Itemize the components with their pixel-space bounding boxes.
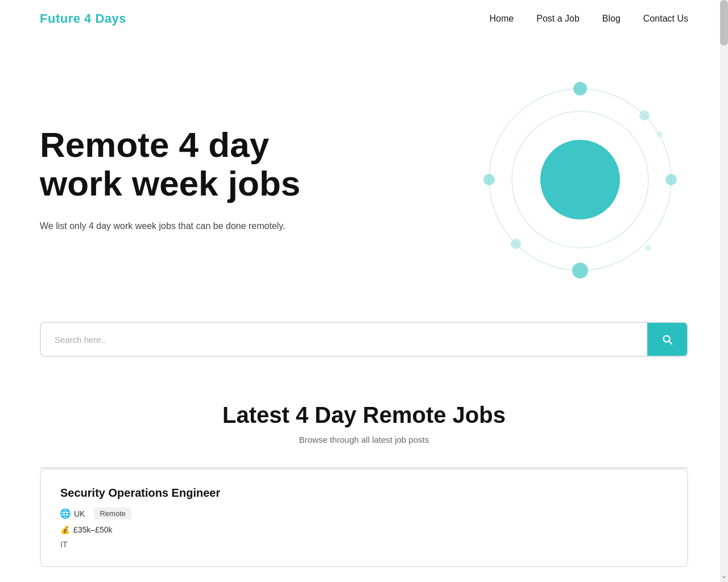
nav-item-post-a-job[interactable]: Post a Job [536,14,580,24]
main-nav: Home Post a Job Blog Contact Us [490,14,688,24]
logo-text-part1: Future [40,11,84,26]
svg-point-4 [665,174,677,185]
scroll-chevron-icon: ⌄ [721,572,727,580]
logo-accent: 4 [84,11,92,26]
search-bar [40,322,688,357]
svg-point-7 [639,110,650,120]
svg-point-8 [511,239,521,249]
job-card[interactable]: Security Operations Engineer 🌐 UK Remote… [40,468,688,567]
svg-point-10 [646,245,651,251]
job-title: Security Operations Engineer [60,487,668,500]
logo[interactable]: Future 4 Days [40,11,126,26]
search-button[interactable] [647,323,687,356]
search-icon [661,333,673,346]
svg-point-6 [483,174,495,185]
hero-text-block: Remote 4 day work week jobs We list only… [40,126,336,234]
hero-description: We list only 4 day work week jobs that c… [40,219,336,234]
nav-item-home[interactable]: Home [490,14,514,24]
hero-heading: Remote 4 day work week jobs [40,126,336,203]
nav-item-contact-us[interactable]: Contact Us [643,14,688,24]
svg-point-3 [573,82,587,95]
job-category: IT [60,540,668,549]
money-icon: 💰 [60,525,70,534]
hero-graphic [472,72,688,288]
header: Future 4 Days Home Post a Job Blog Conta… [0,0,728,38]
scrollbar-thumb[interactable] [720,0,728,45]
jobs-section: Latest 4 Day Remote Jobs Browse through … [0,391,728,579]
job-meta-location: 🌐 UK Remote [60,508,668,519]
svg-point-9 [657,131,663,137]
search-input[interactable] [41,325,647,355]
search-section [0,310,728,391]
job-location: 🌐 UK [60,509,85,519]
job-work-type-tag: Remote [94,508,131,519]
hero-section: Remote 4 day work week jobs We list only… [0,38,728,310]
logo-text-part3: Days [92,11,126,26]
job-salary: 💰 £35k–£50k [60,525,668,534]
jobs-section-heading: Latest 4 Day Remote Jobs [40,402,688,428]
job-salary-text: £35k–£50k [73,525,113,534]
svg-point-2 [540,140,620,219]
jobs-section-subtitle: Browse through all latest job posts [40,435,688,444]
svg-point-5 [572,263,588,278]
globe-icon: 🌐 [60,509,71,519]
nav-item-blog[interactable]: Blog [602,14,621,24]
orbit-illustration [472,72,688,288]
job-location-text: UK [74,509,85,518]
scrollbar[interactable] [720,0,728,582]
